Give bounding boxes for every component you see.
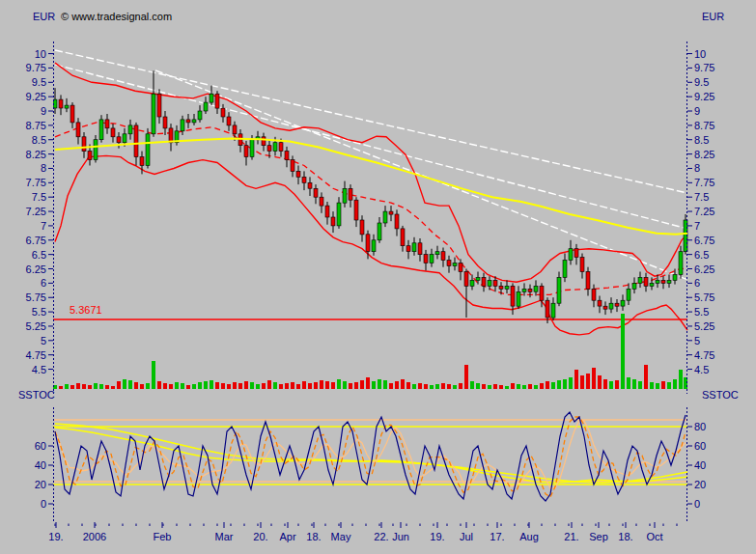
volume-bars xyxy=(53,314,687,389)
price-tick-label-left: 9 xyxy=(41,105,46,117)
price-tick-label-left: 10 xyxy=(35,48,46,60)
price-tick-label-left: 8.25 xyxy=(26,149,46,160)
price-tick-label-left: 9.5 xyxy=(32,76,46,88)
price-tick-label-left: 4.75 xyxy=(26,349,46,361)
time-tick-label: Oct xyxy=(646,531,662,542)
time-tick-label: 19. xyxy=(430,531,444,542)
chart-window: 10109.759.759.59.59.259.25998.758.758.58… xyxy=(0,0,756,554)
price-tick-label-right: 9.75 xyxy=(694,62,714,73)
stoch-tick-label-right: 40 xyxy=(694,459,706,471)
price-tick-label-left: 8.75 xyxy=(26,120,46,131)
copyright-label: © www.tradesignal.com xyxy=(61,11,172,22)
currency-label-right: EUR xyxy=(702,11,724,22)
time-tick-label: 18. xyxy=(618,531,632,542)
price-tick-label-right: 6.5 xyxy=(694,249,709,261)
price-tick-label-right: 6 xyxy=(694,277,700,289)
stoch-ma-yellow-2 xyxy=(55,424,687,483)
time-tick-label: 17. xyxy=(490,531,504,542)
price-tick-label-right: 7.5 xyxy=(694,191,709,203)
time-tick-label: Apr xyxy=(279,531,295,542)
price-tick-label-left: 7.75 xyxy=(26,177,46,188)
price-tick-label-left: 4.5 xyxy=(32,364,46,375)
price-tick-label-left: 8 xyxy=(41,162,46,174)
time-tick-label: Aug xyxy=(519,531,539,542)
price-tick-label-left: 9.25 xyxy=(26,91,46,102)
support-line-value-label: 5.3671 xyxy=(70,304,102,316)
price-tick-label-right: 5.25 xyxy=(694,320,714,332)
time-tick-label: Jul xyxy=(460,531,473,542)
currency-label-left: EUR xyxy=(33,11,55,22)
stoch-tick-label-right: 60 xyxy=(694,440,706,452)
price-panel[interactable] xyxy=(53,50,687,389)
price-tick-label-right: 5 xyxy=(694,335,700,346)
stoch-tick-label-left: 40 xyxy=(35,459,46,471)
stoch-tick-label-right: 20 xyxy=(694,479,706,490)
stoch-tick-label-left: 60 xyxy=(35,440,46,452)
time-tick-label: 18. xyxy=(306,531,321,542)
time-tick-label: Jun xyxy=(392,531,409,542)
stoch-k-line xyxy=(55,412,686,501)
price-tick-label-right: 5.5 xyxy=(694,306,709,318)
price-tick-label-left: 7.25 xyxy=(26,206,46,217)
price-tick-label-left: 9.75 xyxy=(26,62,46,73)
stoch-tick-label-right: 0 xyxy=(694,498,700,510)
stoch-slow-line xyxy=(55,421,686,488)
price-tick-label-left: 7 xyxy=(41,220,46,232)
time-tick-label: May xyxy=(331,531,351,542)
price-tick-label-right: 4.75 xyxy=(694,349,714,361)
price-tick-label-left: 6.75 xyxy=(26,235,46,246)
price-tick-label-left: 6.5 xyxy=(32,249,46,261)
price-tick-label-left: 6.25 xyxy=(26,263,46,275)
time-tick-label: 21. xyxy=(564,531,578,542)
price-tick-label-right: 8.5 xyxy=(694,134,709,146)
price-tick-label-right: 9.25 xyxy=(694,91,714,102)
time-tick-label: Sep xyxy=(589,531,608,542)
price-tick-label-right: 7.75 xyxy=(694,177,714,188)
bollinger-lower-line xyxy=(55,155,687,335)
price-tick-label-right: 8 xyxy=(694,162,700,174)
stoch-panel-label-right: SSTOC xyxy=(702,389,739,401)
price-tick-label-right: 7.25 xyxy=(694,206,714,217)
time-tick-label: Feb xyxy=(154,531,172,542)
price-tick-label-right: 6.75 xyxy=(694,235,714,246)
price-tick-label-left: 8.5 xyxy=(32,134,46,146)
time-tick-label: Mar xyxy=(215,531,234,542)
stoch-tick-label-right: 80 xyxy=(694,421,706,432)
time-tick-label: 22. xyxy=(374,531,388,542)
stoch-tick-label-left: 20 xyxy=(35,479,46,490)
price-tick-label-right: 9.5 xyxy=(694,76,709,88)
price-tick-label-left: 6 xyxy=(41,277,46,289)
price-tick-label-left: 5.75 xyxy=(26,291,46,303)
price-tick-label-left: 5 xyxy=(41,335,46,346)
price-tick-label-left: 5.5 xyxy=(32,306,46,318)
stoch-panel[interactable] xyxy=(53,412,687,501)
price-tick-label-right: 7 xyxy=(694,220,700,232)
price-tick-label-right: 6.25 xyxy=(694,263,714,275)
price-tick-label-right: 10 xyxy=(694,48,706,60)
time-tick-label: 2006 xyxy=(83,531,106,542)
price-tick-label-right: 4.5 xyxy=(694,364,709,375)
time-tick-label: 20. xyxy=(253,531,267,542)
price-tick-label-right: 8.75 xyxy=(694,120,714,131)
price-tick-label-left: 7.5 xyxy=(32,191,46,203)
price-tick-label-right: 5.75 xyxy=(694,291,714,303)
stoch-panel-label-left: SSTOC xyxy=(18,389,55,401)
chart-canvas[interactable]: 10109.759.759.59.59.259.25998.758.758.58… xyxy=(0,0,756,554)
price-tick-label-right: 9 xyxy=(694,105,700,117)
stoch-tick-label-left: 0 xyxy=(41,498,46,510)
price-tick-label-right: 8.25 xyxy=(694,149,714,160)
candlesticks xyxy=(53,70,687,323)
price-tick-label-left: 5.25 xyxy=(26,320,46,332)
time-tick-label: 19. xyxy=(48,531,63,542)
